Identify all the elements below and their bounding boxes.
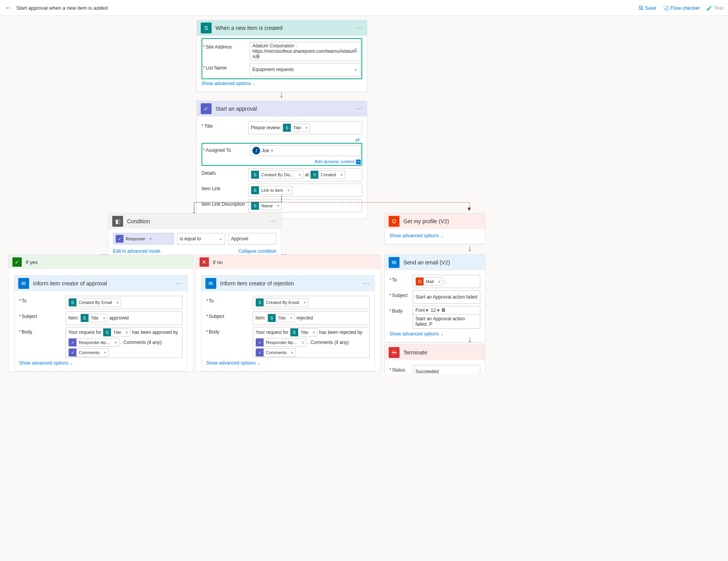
list-name-field[interactable]: Equipment requests ⌄ — [250, 63, 361, 76]
trigger-card[interactable]: S When a new item is created ··· Site Ad… — [196, 20, 367, 92]
remove-token[interactable]: × — [302, 300, 308, 305]
failmail-subject[interactable]: Start an Approval action failed — [413, 290, 480, 304]
remove-token[interactable]: × — [339, 172, 345, 177]
token-title[interactable]: STitle× — [80, 314, 108, 322]
body-field[interactable]: Your request forSTitle×has been rejected… — [253, 327, 370, 358]
swap-icon[interactable]: ⇄ — [202, 137, 360, 143]
plus-icon: + — [356, 160, 361, 164]
reject-email-card[interactable]: ✉Inform item creator of rejection··· ToS… — [201, 275, 375, 372]
approval-header[interactable]: ✓ Start an approval ··· — [197, 101, 367, 116]
remove-token[interactable]: × — [288, 316, 294, 320]
size-selector[interactable]: 12 ▾ — [431, 307, 440, 313]
token-responder[interactable]: ✓Responder Ap…× — [255, 338, 306, 347]
terminate-card[interactable]: ⛔Terminate StatusSucceeded — [384, 344, 485, 373]
remove-token[interactable]: × — [275, 203, 281, 208]
to-field[interactable]: SCreated By Email× — [66, 296, 182, 309]
remove-token[interactable]: × — [101, 316, 107, 320]
token-name[interactable]: SName× — [251, 201, 282, 210]
save-button[interactable]: 🖫Save — [638, 5, 657, 11]
more-icon[interactable]: ··· — [176, 280, 183, 287]
to-field[interactable]: SCreated By Email× — [253, 296, 370, 309]
body-field[interactable]: Your request forSTitle×has been approved… — [66, 327, 182, 358]
font-selector[interactable]: Font ▾ — [415, 307, 428, 313]
assigned-to-field[interactable]: J Joe × Add dynamic content+ — [250, 145, 361, 164]
trigger-advanced[interactable]: Show advanced options⌄ — [202, 81, 362, 86]
remove-assignee[interactable]: × — [271, 148, 273, 153]
remove-token[interactable]: × — [123, 330, 130, 335]
details-label: Details — [202, 168, 248, 176]
chevron-down-icon[interactable]: ⌄ — [353, 66, 358, 72]
edit-advanced-mode[interactable]: Edit in advanced mode — [113, 248, 160, 254]
approval-card[interactable]: ✓ Start an approval ··· Title Please rev… — [196, 101, 367, 219]
profile-card[interactable]: OGet my profile (V2) Show advanced optio… — [384, 213, 485, 244]
token-responder[interactable]: ✓Responder Ap…× — [68, 338, 119, 347]
item-link-label: Item Link — [202, 184, 248, 191]
condition-left[interactable]: ✓Response× — [113, 233, 174, 245]
site-address-field[interactable]: Adatum Corporation - https://microsofteu… — [250, 42, 361, 61]
remove-token[interactable]: × — [436, 279, 442, 284]
reject-advanced[interactable]: Show advanced options⌄ — [206, 360, 370, 366]
trigger-header[interactable]: S When a new item is created ··· — [197, 20, 367, 36]
outlook-icon: ✉ — [18, 278, 29, 289]
token-comments[interactable]: ✓Comments× — [255, 348, 296, 357]
token-created-by-email[interactable]: SCreated By Email× — [255, 298, 308, 307]
token-comments[interactable]: ✓Comments× — [68, 348, 109, 357]
details-field[interactable]: SCreated By Dis…× at SCreated× — [248, 168, 362, 181]
remove-token[interactable]: × — [289, 350, 295, 355]
approve-email-card[interactable]: ✉Inform item creator of approval··· ToSC… — [14, 275, 188, 372]
subject-field[interactable]: Item:STitle×rejected — [253, 311, 370, 325]
remove-token[interactable]: × — [113, 340, 119, 345]
condition-op[interactable]: is equal to⌄ — [177, 233, 225, 245]
chevron-down-icon[interactable]: ⌄ — [219, 236, 222, 241]
token-created[interactable]: SCreated× — [310, 170, 345, 179]
chevron-down-icon[interactable]: ⌄ — [353, 45, 358, 51]
token-title[interactable]: STitle× — [290, 328, 318, 337]
remove-token[interactable]: × — [148, 236, 154, 241]
remove-token[interactable]: × — [102, 350, 108, 355]
token-title[interactable]: STitle× — [283, 123, 310, 132]
flow-checker-button[interactable]: 🩺Flow checker — [663, 5, 700, 11]
remove-token[interactable]: × — [115, 300, 121, 305]
profile-advanced[interactable]: Show advanced options⌄ — [389, 233, 480, 238]
token-title[interactable]: STitle× — [103, 328, 130, 337]
arrow-down-icon: ↓ — [280, 90, 284, 100]
add-dynamic-content[interactable]: Add dynamic content — [314, 159, 354, 164]
token-created-by[interactable]: SCreated By Dis…× — [251, 170, 303, 179]
token-title[interactable]: STitle× — [268, 314, 295, 322]
back-button[interactable]: ← — [5, 4, 12, 12]
remove-token[interactable]: × — [300, 340, 306, 345]
failmail-to[interactable]: OMail×; — [413, 275, 480, 288]
terminate-icon: ⛔ — [389, 347, 400, 358]
sharepoint-icon: S — [81, 314, 89, 322]
failmail-card[interactable]: ✉Send an email (V2) ToOMail×; SubjectSta… — [384, 254, 485, 342]
condition-right[interactable]: Approve — [228, 233, 276, 245]
subject-field[interactable]: Item:STitle×approved — [66, 311, 182, 325]
remove-token[interactable]: × — [285, 188, 292, 193]
token-created-by-email[interactable]: SCreated By Email× — [68, 298, 121, 307]
token-link[interactable]: SLink to item× — [251, 186, 292, 195]
condition-more[interactable]: ··· — [270, 218, 277, 225]
approval-title-field[interactable]: Please review: STitle× — [248, 121, 362, 134]
check-icon: ✓ — [12, 257, 22, 267]
approve-advanced[interactable]: Show advanced options⌄ — [19, 360, 182, 366]
if-no-header: ✕ If no — [196, 255, 380, 269]
if-yes-header: ✓ If yes — [9, 255, 193, 269]
token-mail[interactable]: OMail× — [415, 277, 443, 286]
failmail-body[interactable]: Font ▾ 12 ▾ B Start an Approval action f… — [413, 306, 480, 329]
failmail-advanced[interactable]: Show advanced options⌄ — [389, 331, 480, 337]
terminate-status[interactable]: Succeeded — [413, 365, 480, 373]
condition-card[interactable]: ◧ Condition ··· ✓Response× is equal to⌄ … — [108, 213, 281, 257]
trigger-more[interactable]: ··· — [356, 24, 363, 31]
remove-token[interactable]: × — [303, 125, 309, 130]
collapse-condition[interactable]: Collapse condition — [238, 248, 276, 254]
approval-more[interactable]: ··· — [356, 105, 363, 112]
bold-button[interactable]: B — [442, 307, 445, 313]
more-icon[interactable]: ··· — [363, 280, 370, 287]
top-actions: 🖫Save 🩺Flow checker 🧪Test — [638, 5, 723, 11]
remove-token[interactable]: × — [311, 330, 317, 335]
item-link-field[interactable]: SLink to item× — [248, 184, 362, 197]
item-link-desc-field[interactable]: SName× — [248, 199, 362, 212]
remove-token[interactable]: × — [297, 172, 303, 177]
condition-header[interactable]: ◧ Condition ··· — [108, 214, 281, 229]
sharepoint-icon: S — [311, 171, 318, 179]
